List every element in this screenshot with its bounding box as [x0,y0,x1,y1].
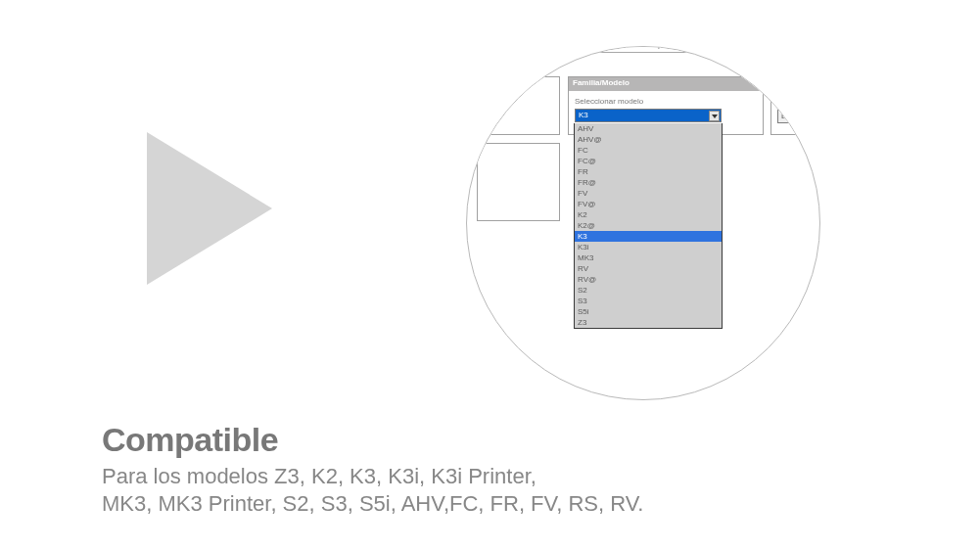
panel-familia-header: Familia/Modelo [569,77,763,91]
model-option[interactable]: Z3 [575,317,722,328]
model-option[interactable]: K2@ [575,220,722,231]
model-option[interactable]: FV@ [575,199,722,209]
model-combobox-value: K3 [579,111,588,119]
panel-idioma: Idioma Se ESPA [770,76,820,135]
model-option[interactable]: FR [575,166,722,177]
model-option[interactable]: AHV@ [575,134,722,145]
model-option[interactable]: S2 [575,285,722,296]
panel-left-upper [477,76,560,135]
idioma-value-text: ESPA [781,112,802,120]
model-option[interactable]: AHV [575,123,722,134]
play-icon[interactable] [147,132,272,285]
caption-line2: MK3, MK3 Printer, S2, S3, S5i, AHV,FC, F… [102,491,643,516]
magnifier-circle: se guardan los C:\Users\Usuario\Desktop\… [466,46,820,400]
software-screenshot: se guardan los C:\Users\Usuario\Desktop\… [466,46,820,400]
top-area: se guardan los C:\Users\Usuario\Desktop\… [466,46,820,76]
model-option[interactable]: FC [575,145,722,156]
app-root: se guardan los C:\Users\Usuario\Desktop\… [0,0,980,549]
model-option[interactable]: K2 [575,209,722,220]
model-option[interactable]: FC@ [575,156,722,166]
model-option[interactable]: K3 [575,231,722,242]
save-path-text: C:\Users\Usuario\Desktop\PW-Link\regis [572,46,713,49]
model-option[interactable]: MK3 [575,252,722,263]
model-combobox[interactable]: K3 [575,109,722,122]
idioma-value-field[interactable]: ESPA [777,110,820,123]
idioma-select-label: Se [777,97,820,106]
model-option[interactable]: FR@ [575,177,722,188]
model-option[interactable]: S5i [575,306,722,317]
chevron-down-icon[interactable] [709,111,720,121]
model-option[interactable]: K3i [575,242,722,252]
model-option[interactable]: RV@ [575,274,722,285]
caption-body: Para los modelos Z3, K2, K3, K3i, K3i Pr… [102,463,885,517]
caption-block: Compatible Para los modelos Z3, K2, K3, … [102,421,885,517]
model-dropdown-list[interactable]: AHVAHV@FCFC@FRFR@FVFV@K2K2@K3K3iMK3RVRV@… [574,123,723,329]
model-option[interactable]: S3 [575,296,722,306]
caption-title: Compatible [102,421,885,459]
model-option[interactable]: RV [575,263,722,274]
panel-left-lower [477,143,560,221]
save-path-field[interactable]: C:\Users\Usuario\Desktop\PW-Link\regis [568,46,820,53]
caption-line1: Para los modelos Z3, K2, K3, K3i, K3i Pr… [102,464,537,488]
model-option[interactable]: FV [575,188,722,199]
panel-idioma-header: Idioma [771,77,820,91]
select-model-label: Seleccionar modelo [575,97,757,106]
